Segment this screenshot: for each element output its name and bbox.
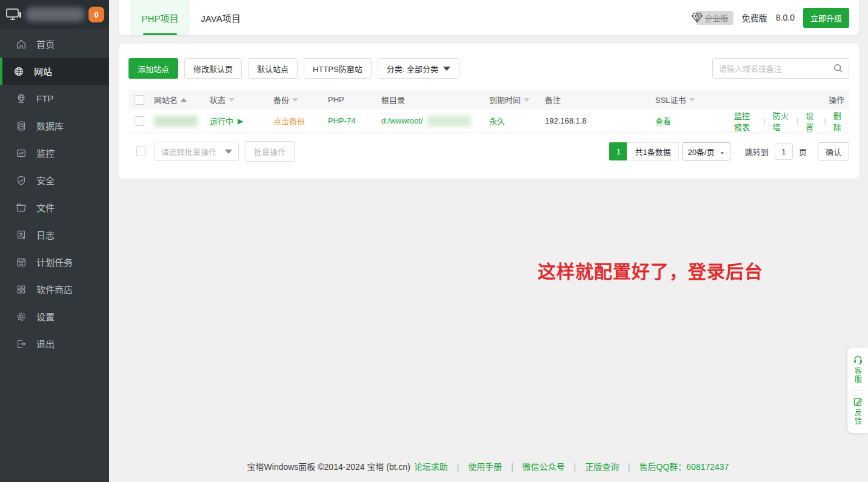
sidebar-menu: 首页 网站 FTP 数据库 监控 安全 文件 日志 bbox=[0, 29, 109, 357]
enterprise-badge[interactable]: 企业版 bbox=[690, 11, 733, 25]
modify-default-page-button[interactable]: 修改默认页 bbox=[184, 58, 242, 79]
table-header-row: 网站名 状态 备份 PHP 根目录 到期时间 bbox=[129, 90, 849, 110]
footer-separator: | bbox=[457, 462, 459, 472]
action-settings[interactable]: 设置 bbox=[806, 110, 816, 133]
column-expire[interactable]: 到期时间 bbox=[489, 94, 545, 105]
sidebar-item-website[interactable]: 网站 bbox=[0, 58, 109, 85]
batch-operation-select[interactable]: 请选择批量操作 bbox=[155, 142, 239, 161]
root-dir-prefix: d:/wwwroot/ bbox=[381, 116, 423, 125]
jump-page-input[interactable] bbox=[775, 143, 793, 160]
php-version-text: PHP-74 bbox=[328, 116, 356, 125]
edition-label: 免费版 bbox=[742, 12, 767, 24]
footer-link-forum[interactable]: 论坛求助 bbox=[414, 462, 448, 472]
chevron-down-icon: ⌄ bbox=[719, 148, 725, 156]
sidebar-item-ftp[interactable]: FTP bbox=[0, 85, 109, 112]
remark-value[interactable]: 192.168.1.8 bbox=[545, 116, 655, 125]
action-firewall[interactable]: 防火墙 bbox=[773, 110, 789, 133]
category-filter-label: 分类: 全部分类 bbox=[387, 63, 438, 74]
backup-link[interactable]: 点击备份 bbox=[273, 115, 328, 127]
footer-link-genuine-check[interactable]: 正版查询 bbox=[585, 462, 619, 472]
batch-operation-button[interactable]: 批量操作 bbox=[245, 141, 295, 162]
sidebar-item-monitor[interactable]: 监控 bbox=[0, 139, 109, 167]
root-dir-blurred bbox=[427, 116, 471, 127]
default-site-button[interactable]: 默认站点 bbox=[248, 58, 298, 79]
root-dir-link[interactable]: d:/wwwroot/ bbox=[381, 116, 489, 127]
sidebar-item-label: 首页 bbox=[36, 38, 55, 50]
column-label: PHP bbox=[328, 95, 344, 104]
footer-link-qq-group[interactable]: 售后QQ群：608172437 bbox=[639, 462, 729, 472]
server-name-blurred[interactable] bbox=[25, 7, 85, 22]
tab-php-project[interactable]: PHP项目 bbox=[130, 0, 190, 35]
sidebar-item-logout[interactable]: 退出 bbox=[0, 330, 109, 357]
column-label: 到期时间 bbox=[489, 94, 521, 105]
sidebar-item-database[interactable]: 数据库 bbox=[0, 112, 109, 139]
sidebar-item-security[interactable]: 安全 bbox=[0, 167, 109, 194]
php-version-link[interactable]: PHP-74 bbox=[328, 116, 381, 125]
sidebar-item-label: 计划任务 bbox=[36, 256, 73, 268]
sidebar-item-cron[interactable]: 计划任务 bbox=[0, 248, 109, 276]
action-monitor-report[interactable]: 监控报表 bbox=[734, 110, 756, 133]
remark-text: 192.168.1.8 bbox=[545, 116, 587, 125]
category-filter-dropdown[interactable]: 分类: 全部分类 bbox=[378, 58, 459, 79]
customer-service-button[interactable]: 客服 bbox=[853, 355, 863, 384]
tab-java-project[interactable]: JAVA项目 bbox=[190, 0, 251, 35]
action-separator: | bbox=[763, 116, 765, 125]
sidebar-item-appstore[interactable]: 软件商店 bbox=[0, 276, 109, 303]
chevron-down-icon bbox=[443, 67, 450, 71]
search-icon[interactable] bbox=[833, 63, 844, 74]
site-search bbox=[712, 58, 849, 79]
site-toolbar: 添加站点 修改默认页 默认站点 HTTPS防窜站 分类: 全部分类 bbox=[129, 58, 849, 79]
page-size-select[interactable]: 20条/页 ⌄ bbox=[683, 142, 730, 160]
upgrade-button[interactable]: 立即升级 bbox=[803, 8, 849, 28]
log-document-icon bbox=[16, 229, 27, 240]
folder-icon bbox=[16, 202, 27, 213]
site-name-blurred[interactable] bbox=[154, 116, 198, 127]
column-label: 操作 bbox=[829, 94, 844, 105]
version-number: 8.0.0 bbox=[776, 13, 795, 22]
https-protect-button[interactable]: HTTPS防窜站 bbox=[304, 58, 372, 79]
action-delete[interactable]: 删除 bbox=[833, 110, 844, 133]
batch-select-all-checkbox[interactable] bbox=[136, 147, 146, 156]
shield-check-icon bbox=[16, 175, 27, 186]
sort-desc-icon bbox=[229, 98, 235, 102]
jump-to-label: 跳转到 bbox=[745, 146, 769, 157]
column-label: 网站名 bbox=[154, 94, 178, 105]
column-backup[interactable]: 备份 bbox=[273, 94, 328, 105]
sidebar-item-label: 网站 bbox=[34, 65, 52, 78]
sidebar-header: 0 bbox=[0, 0, 109, 29]
sidebar-item-settings[interactable]: 设置 bbox=[0, 303, 109, 330]
batch-pagination-bar: 请选择批量操作 批量操作 1 共1条数据 20条/页 ⌄ 跳转到 页 确认 bbox=[129, 141, 849, 162]
sidebar-item-files[interactable]: 文件 bbox=[0, 194, 109, 221]
column-label: 状态 bbox=[210, 94, 225, 105]
copyright-text: 宝塔Windows面板 ©2014-2024 宝塔 (bt.cn) bbox=[247, 462, 410, 472]
column-sitename[interactable]: 网站名 bbox=[154, 94, 210, 105]
search-input[interactable] bbox=[712, 58, 849, 79]
tabbar-right: 企业版 免费版 8.0.0 立即升级 bbox=[690, 0, 859, 35]
confirm-jump-button[interactable]: 确认 bbox=[818, 142, 849, 160]
sidebar-item-home[interactable]: 首页 bbox=[0, 30, 109, 58]
footer-link-wechat[interactable]: 微信公众号 bbox=[522, 462, 565, 472]
row-checkbox[interactable] bbox=[135, 116, 144, 126]
footer-link-manual[interactable]: 使用手册 bbox=[468, 462, 502, 472]
sort-desc-icon bbox=[689, 98, 695, 102]
sidebar-item-label: 文件 bbox=[36, 201, 55, 214]
feedback-button[interactable]: 反馈 bbox=[853, 397, 863, 426]
status-text: 运行中 bbox=[210, 115, 233, 127]
sidebar-item-label: 安全 bbox=[36, 174, 55, 187]
page-size-value: 20条/页 bbox=[688, 146, 715, 157]
column-status[interactable]: 状态 bbox=[210, 94, 273, 105]
sidebar-item-label: FTP bbox=[36, 93, 53, 104]
column-ssl[interactable]: SSL证书 bbox=[655, 94, 734, 105]
sidebar-item-logs[interactable]: 日志 bbox=[0, 221, 109, 248]
column-label: 备份 bbox=[273, 94, 289, 105]
notification-badge[interactable]: 0 bbox=[88, 7, 104, 22]
ssl-view-link[interactable]: 查看 bbox=[655, 115, 734, 127]
grid-apps-icon bbox=[16, 284, 27, 295]
site-status[interactable]: 运行中▶ bbox=[210, 115, 273, 127]
row-actions: 监控报表 | 防火墙 | 设置 | 删除 bbox=[734, 110, 849, 133]
add-site-button[interactable]: 添加站点 bbox=[129, 58, 178, 79]
select-all-checkbox[interactable] bbox=[135, 95, 144, 105]
page-number-button[interactable]: 1 bbox=[609, 142, 627, 160]
expire-time-link[interactable]: 永久 bbox=[489, 115, 545, 127]
page-word-label: 页 bbox=[799, 146, 807, 157]
